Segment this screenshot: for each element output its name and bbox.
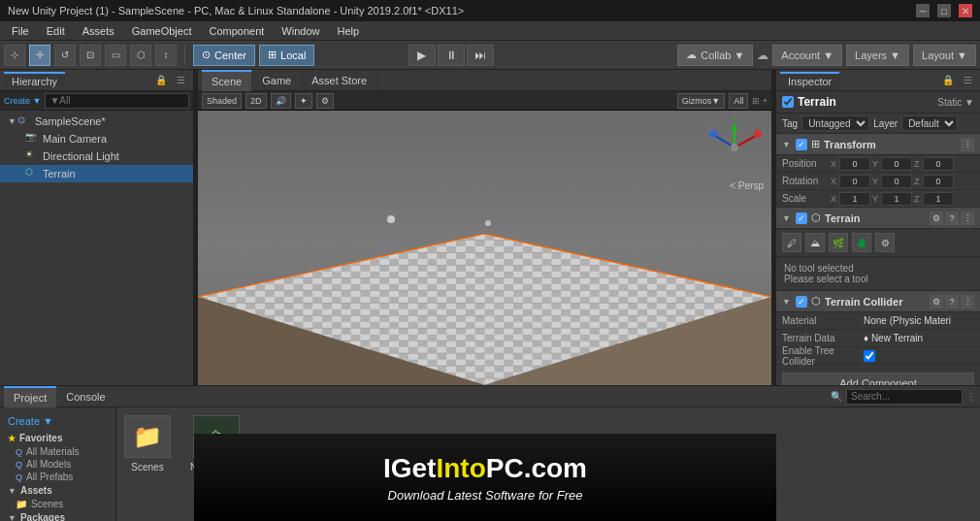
tab-game[interactable]: Game xyxy=(252,70,302,91)
menu-edit[interactable]: Edit xyxy=(39,23,73,39)
scene-all-button[interactable]: All xyxy=(729,93,748,109)
menu-gameobject[interactable]: GameObject xyxy=(124,23,200,39)
pos-x-val[interactable]: 0 xyxy=(839,157,870,171)
hierarchy-lock[interactable]: 🔒 xyxy=(151,75,171,85)
project-search-input[interactable] xyxy=(846,389,963,405)
layers-button[interactable]: Layers ▼ xyxy=(846,45,909,66)
terrain-collider-header[interactable]: ▼ ✓ ⬡ Terrain Collider ⚙ ? ⋮ xyxy=(776,291,980,312)
pos-z-label: Z xyxy=(914,159,922,169)
tab-console[interactable]: Console xyxy=(56,386,114,407)
add-component-button[interactable]: Add Component xyxy=(782,373,974,385)
pause-button[interactable]: ⏸ xyxy=(438,45,465,66)
hierarchy-tab[interactable]: Hierarchy xyxy=(4,72,65,89)
terrain-menu-btn[interactable]: ⋮ xyxy=(961,212,974,225)
transform-header[interactable]: ▼ ✓ ⊞ Transform ⋮ xyxy=(776,134,980,155)
maximize-button[interactable]: □ xyxy=(937,4,951,17)
create-dropdown[interactable]: Create ▼ xyxy=(4,96,41,106)
fav-materials[interactable]: Q All Materials xyxy=(0,445,115,458)
inspector-menu-icon[interactable]: ☰ xyxy=(960,75,976,85)
tool-scale[interactable]: ⊡ xyxy=(80,45,101,66)
terrain-tool-3[interactable]: 🌿 xyxy=(829,233,848,252)
inspector-tab[interactable]: Inspector xyxy=(780,72,839,89)
tool-transform[interactable]: ⬡ xyxy=(130,45,151,66)
asset-scenes[interactable]: 📁 Scenes xyxy=(0,498,115,510)
rot-x-val[interactable]: 0 xyxy=(839,175,870,188)
tag-dropdown[interactable]: Untagged xyxy=(801,115,869,131)
rot-z-val[interactable]: 0 xyxy=(923,175,954,188)
gizmos-button[interactable]: Gizmos ▼ xyxy=(677,93,725,109)
logo-dotcom: .com xyxy=(524,453,587,483)
terrain-data-val[interactable]: ♦ New Terrain xyxy=(864,333,923,343)
transform-menu-btn[interactable]: ⋮ xyxy=(961,138,974,151)
collider-toggle: ✓ xyxy=(796,296,807,308)
menu-window[interactable]: Window xyxy=(274,23,327,39)
hier-item-terrain[interactable]: ⬡ Terrain xyxy=(0,165,193,182)
terrain-tool-5[interactable]: ⚙ xyxy=(875,233,895,252)
terrain-help-btn[interactable]: ? xyxy=(945,212,959,225)
pos-x-label: X xyxy=(831,159,838,169)
tab-project[interactable]: Project xyxy=(4,386,56,407)
static-label[interactable]: Static ▼ xyxy=(937,97,974,108)
scenes-folder[interactable]: 📁 Scenes xyxy=(124,415,171,472)
menu-file[interactable]: File xyxy=(4,23,37,39)
search-icon-bottom[interactable]: 🔍 xyxy=(831,391,842,402)
material-label: Material xyxy=(782,315,860,326)
hierarchy-menu[interactable]: ☰ xyxy=(173,75,189,85)
scale-x-val[interactable]: 1 xyxy=(839,192,870,206)
2d-button[interactable]: 2D xyxy=(245,93,267,109)
scene-object-1 xyxy=(387,215,395,223)
hier-item-samplescene[interactable]: ▼ ⊙ SampleScene* xyxy=(0,113,193,130)
space-local-button[interactable]: ⊞ Local xyxy=(259,45,314,66)
tree-collider-checkbox[interactable] xyxy=(864,350,875,362)
layout-button[interactable]: Layout ▼ xyxy=(913,45,976,66)
scene-viewport[interactable]: X Y Z < Persp xyxy=(198,111,771,385)
rot-y-val[interactable]: 0 xyxy=(881,175,912,188)
scale-z-val[interactable]: 1 xyxy=(923,192,954,206)
collider-help-btn[interactable]: ? xyxy=(945,295,959,309)
collab-button[interactable]: ☁ Collab ▼ xyxy=(677,45,753,66)
fav-prefabs[interactable]: Q All Prefabs xyxy=(0,471,115,483)
hier-item-dirlight[interactable]: ☀ Directional Light xyxy=(0,147,193,165)
tool-rotate[interactable]: ↺ xyxy=(54,45,76,66)
tab-scene[interactable]: Scene xyxy=(202,70,252,91)
fav-models[interactable]: Q All Models xyxy=(0,458,115,471)
tool-hand[interactable]: ⊹ xyxy=(4,45,25,66)
hier-item-maincamera[interactable]: 📷 Main Camera xyxy=(0,130,193,147)
tab-asset-store[interactable]: Asset Store xyxy=(302,70,377,91)
scene-gizmo[interactable]: X Y Z xyxy=(705,118,764,177)
step-button[interactable]: ⏭ xyxy=(467,45,494,66)
minimize-button[interactable]: ─ xyxy=(916,4,930,17)
collider-settings-btn[interactable]: ⚙ xyxy=(930,295,943,309)
tool-rect[interactable]: ▭ xyxy=(105,45,126,66)
tool-custom[interactable]: ↕ xyxy=(155,45,177,66)
hierarchy-search-input[interactable] xyxy=(45,93,189,109)
close-button[interactable]: ✕ xyxy=(959,4,972,17)
terrain-tool-1[interactable]: 🖊 xyxy=(782,233,801,252)
play-button[interactable]: ▶ xyxy=(408,45,436,66)
account-button[interactable]: Account ▼ xyxy=(772,45,842,66)
inspector-lock-icon[interactable]: 🔒 xyxy=(938,75,958,85)
layer-dropdown[interactable]: Default xyxy=(901,115,958,131)
scale-y-item: Y 1 xyxy=(872,192,912,206)
object-active-checkbox[interactable] xyxy=(782,96,794,108)
shading-dropdown[interactable]: Shaded xyxy=(202,93,242,109)
audio-button[interactable]: 🔊 xyxy=(271,93,291,109)
create-button[interactable]: Create ▼ xyxy=(4,413,57,429)
pos-z-val[interactable]: 0 xyxy=(923,157,954,171)
scale-y-val[interactable]: 1 xyxy=(881,192,912,206)
menu-assets[interactable]: Assets xyxy=(75,23,122,39)
material-val[interactable]: None (Physic Materi xyxy=(864,315,951,326)
menu-help[interactable]: Help xyxy=(329,23,367,39)
scene-options[interactable]: ⚙ xyxy=(316,93,334,109)
menu-component[interactable]: Component xyxy=(201,23,272,39)
terrain-tool-2[interactable]: ⛰ xyxy=(805,233,825,252)
pos-z-item: Z 0 xyxy=(914,157,954,171)
pivot-center-button[interactable]: ⊙ Center xyxy=(193,45,255,66)
fx-button[interactable]: ✦ xyxy=(295,93,312,109)
collider-menu-btn[interactable]: ⋮ xyxy=(961,295,974,309)
terrain-settings-btn[interactable]: ⚙ xyxy=(930,212,943,225)
terrain-component-header[interactable]: ▼ ✓ ⬡ Terrain ⚙ ? ⋮ xyxy=(776,208,980,229)
tool-move[interactable]: ✛ xyxy=(29,45,50,66)
terrain-tool-4[interactable]: 🌲 xyxy=(852,233,871,252)
pos-y-val[interactable]: 0 xyxy=(881,157,912,171)
